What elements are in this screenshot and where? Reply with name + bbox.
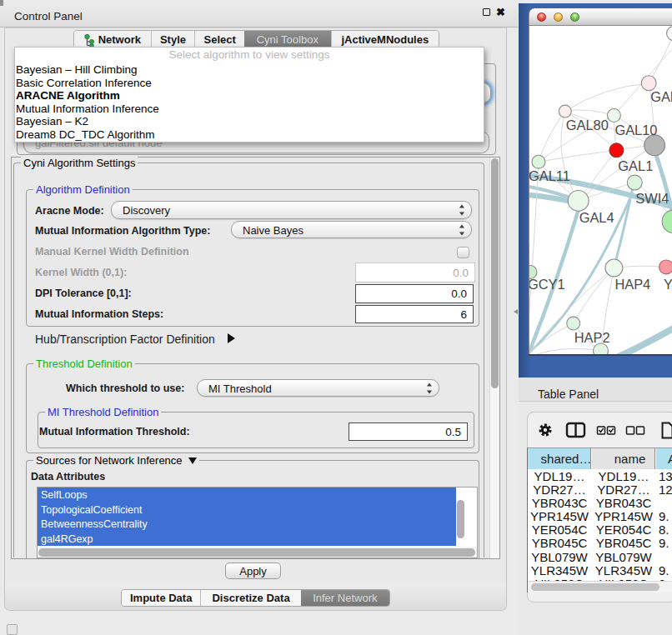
svg-text:HAP2: HAP2 <box>574 330 610 345</box>
svg-text:GAL1: GAL1 <box>618 158 653 173</box>
svg-text:GCY1: GCY1 <box>529 277 565 292</box>
svg-text:GAL4: GAL4 <box>579 210 614 225</box>
svg-text:SWI4: SWI4 <box>635 191 669 206</box>
svg-text:GAL11: GAL11 <box>529 168 570 183</box>
svg-text:GAL: GAL <box>650 89 672 104</box>
svg-text:GAL10: GAL10 <box>614 122 657 138</box>
svg-text:GAL80: GAL80 <box>566 118 609 132</box>
svg-text:HAP4: HAP4 <box>614 277 650 292</box>
svg-text:Y: Y <box>664 277 672 292</box>
